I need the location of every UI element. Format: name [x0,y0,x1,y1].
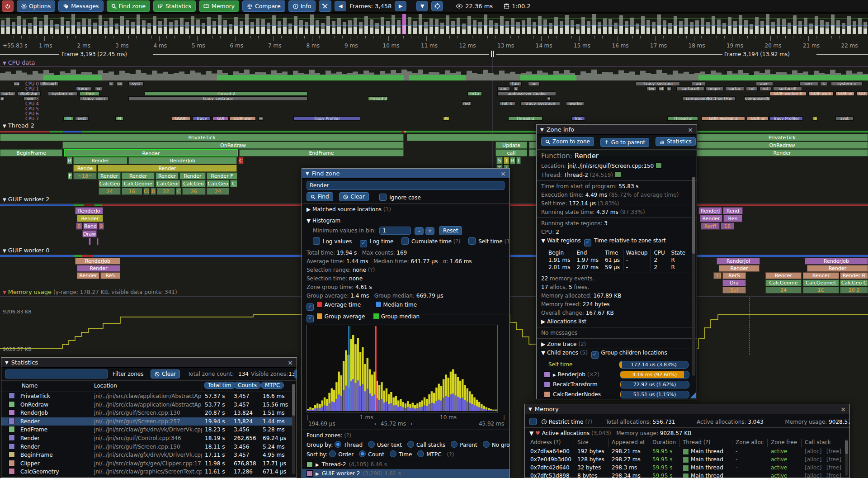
frame-bar[interactable] [321,23,325,34]
cpu-zone[interactable]: syst [128,81,144,86]
cpu-zone[interactable]: Thre [80,91,99,96]
zone[interactable] [89,238,91,245]
frame-bar[interactable] [646,20,650,34]
cpu-zone[interactable]: tracy_sysn [80,96,108,101]
zone[interactable]: Render [719,265,760,272]
zone[interactable]: Update [495,142,527,149]
frame-bar[interactable] [766,14,769,34]
frame-bar[interactable] [23,19,26,34]
cpu-zone[interactable]: audioserver /audio [497,91,556,96]
zone[interactable]: R [510,157,515,164]
resize-grip[interactable] [690,392,696,398]
group-by-user-text[interactable]: User text [368,442,402,448]
frame-bar[interactable] [375,23,379,34]
cpu-zone[interactable]: et [658,86,665,91]
locate-crosshair-button[interactable] [431,1,443,11]
found-zone-group[interactable]: ▶Thread-2(4,105) 6.46 s [302,460,509,469]
collapse-arrow-icon[interactable]: ▼ [541,350,545,356]
frame-bar[interactable] [12,22,15,34]
zone[interactable]: CalcGeo [181,180,206,187]
frame-bar[interactable] [66,21,70,34]
memory-col-duration[interactable]: Duration [652,439,676,445]
frame-bar[interactable] [250,22,254,34]
frame-bar[interactable] [516,22,520,34]
zone[interactable]: RenderJo [75,207,103,214]
column-counts-button[interactable]: Counts [234,382,261,389]
zone[interactable]: RenderJ [698,207,722,214]
min-values-input[interactable] [379,227,411,235]
frame-bar[interactable] [88,19,91,34]
zone[interactable]: CalcGeomet [803,279,839,286]
allocation-row[interactable]: 0x7e049b3d00128 bytes298.27 ms59.95 sMai… [525,455,841,464]
memory-col-appeared-at[interactable]: Appeared at [612,439,645,445]
collapse-arrow-icon[interactable]: ▼ [529,430,533,436]
zone[interactable]: T [516,157,521,164]
frame-bar[interactable] [500,16,504,34]
frame-bar[interactable] [153,16,156,34]
frame-bar[interactable] [386,21,390,34]
cpu-zone[interactable]: ss [117,81,123,86]
cpu-zone[interactable]: [au [509,81,522,86]
zone[interactable]: 22 [157,188,175,195]
frame-bar[interactable] [413,21,417,34]
cpu-zone[interactable]: syst [835,116,854,121]
cpu-zone[interactable]: @p0.2gr [17,91,41,96]
frame-bar[interactable] [630,18,634,34]
frame-bar[interactable] [679,21,683,34]
frame-bar[interactable] [245,14,249,34]
zone[interactable]: S [496,157,503,164]
go-to-parent-button[interactable]: ↑Go to parent [600,138,650,147]
frame-bar[interactable] [50,20,53,34]
statistics-row[interactable]: OnRedrawjni/../jni/src/claw/application/… [1,401,293,409]
zone[interactable]: Render [77,265,120,272]
frame-bar[interactable] [429,19,433,34]
frame-bar[interactable] [722,23,726,34]
statistics-row[interactable]: BeginFramejni/../jni/src/claw/gfx/drv/vk… [1,451,293,459]
cpu-zone[interactable]: Th [63,116,73,121]
matched-source-locations[interactable]: Matched source locations [312,206,382,213]
frame-bar[interactable] [609,19,612,34]
zone[interactable]: Render [700,215,722,222]
log-time-checkbox[interactable] [360,240,367,247]
zone[interactable]: Rend [723,207,743,214]
zone[interactable]: EndFrame [239,149,404,156]
frame-bar[interactable] [137,14,140,34]
frame-bar[interactable] [261,19,265,34]
zone[interactable]: 9 [99,222,104,230]
column-location[interactable]: Location [94,383,117,389]
cpu-zone[interactable]: Thread-2 [667,116,698,121]
frame-bar[interactable] [571,20,574,34]
sort-by-count[interactable]: Count [359,451,384,458]
memory-titlebar[interactable]: ▼ Memory × [525,404,849,414]
self-time-checkbox[interactable] [468,237,476,245]
statistics-row[interactable]: PrivateTickjni/../jni/src/claw/applicati… [1,392,293,400]
tools-button[interactable] [319,0,331,12]
cpu-zone[interactable]: GUI [212,116,229,121]
cpu-zone[interactable]: s [666,86,672,91]
frame-bar[interactable] [701,18,704,34]
frame-bar[interactable] [39,21,42,34]
next-frame-button[interactable]: ▶ [395,1,406,11]
cpu-zone[interactable]: au [692,81,705,86]
cpu-zone[interactable]: rot [760,86,771,91]
collapse-arrow-icon[interactable]: ▼ [307,218,311,224]
frame-bar[interactable] [185,22,189,34]
zone[interactable]: Rencer [765,272,802,279]
cpu-zone[interactable]: rot_d [499,101,515,106]
relative-time-checkbox[interactable] [584,239,591,246]
frame-bar[interactable] [240,21,243,34]
cpu-zone[interactable]: GUIF worker 0 [769,91,807,96]
frame-bar[interactable] [587,21,590,34]
clipped-button[interactable] [294,369,297,379]
info-button[interactable]: Info [288,0,316,12]
frame-bar[interactable] [533,22,536,34]
frame-bar[interactable] [505,21,509,34]
frame-bar[interactable] [511,18,514,34]
zone[interactable]: 24 [207,188,229,195]
frame-bar[interactable] [820,20,824,34]
zone[interactable]: RenderJob [75,258,120,265]
cpu-zone[interactable]: Trac [571,116,585,121]
frame-bar[interactable] [690,22,693,34]
frame-bar[interactable] [473,20,476,34]
frame-bar[interactable] [598,22,601,34]
